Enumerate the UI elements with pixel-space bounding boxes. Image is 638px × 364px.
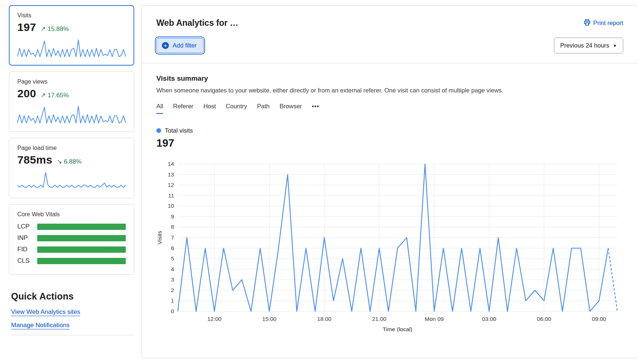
vital-bar-good — [37, 235, 126, 241]
metric-card-page-views[interactable]: Page views200↗ 17.65% — [9, 71, 134, 132]
metric-sparkline — [17, 171, 126, 192]
svg-text:Mon 09: Mon 09 — [424, 316, 444, 322]
time-range-dropdown[interactable]: Previous 24 hours ▼ — [554, 38, 623, 53]
vital-row-fid: FID — [17, 246, 126, 253]
tab-path[interactable]: Path — [257, 103, 270, 114]
add-filter-button[interactable]: + Add filter — [156, 38, 204, 53]
core-web-vitals-title: Core Web Vitals — [17, 211, 126, 218]
vital-bar-good — [37, 246, 126, 253]
visits-line-chart: 0123456789101112131412:0015:0018:0021:00… — [156, 160, 623, 337]
chevron-down-icon: ▼ — [613, 43, 617, 48]
tab-host[interactable]: Host — [203, 103, 216, 114]
svg-text:03:00: 03:00 — [482, 316, 496, 322]
core-web-vitals-card[interactable]: Core Web Vitals LCPINPFIDCLS — [9, 204, 134, 275]
svg-text:21:00: 21:00 — [372, 316, 386, 322]
svg-text:14: 14 — [168, 161, 174, 167]
svg-text:12:00: 12:00 — [207, 316, 222, 322]
plus-circle-icon: + — [162, 42, 169, 49]
metric-card-value-row: 785ms↘ 6.88% — [17, 154, 126, 166]
metric-card-value-row: 200↗ 17.65% — [17, 87, 126, 100]
svg-text:2: 2 — [171, 287, 174, 293]
total-visits-value: 197 — [156, 137, 623, 149]
metric-sparkline — [17, 39, 126, 59]
svg-text:10: 10 — [168, 203, 174, 209]
svg-text:5: 5 — [171, 255, 174, 262]
svg-text:7: 7 — [171, 234, 174, 241]
vital-row-inp: INP — [17, 234, 126, 242]
vital-bar-good — [37, 258, 126, 264]
panel-header: Web Analytics for … Print report + A — [142, 6, 638, 63]
svg-text:1: 1 — [171, 297, 174, 304]
legend-label: Total visits — [165, 127, 193, 134]
svg-text:18:00: 18:00 — [317, 316, 332, 322]
quick-action-link[interactable]: Manage Notifications — [11, 322, 70, 329]
svg-text:15:00: 15:00 — [262, 316, 277, 322]
add-filter-label: Add filter — [173, 42, 197, 49]
svg-text:Time (local): Time (local) — [383, 326, 412, 332]
quick-actions-links: View Web Analytics sitesManage Notificat… — [11, 308, 134, 329]
metric-sparkline — [17, 105, 126, 126]
metric-card-title: Visits — [17, 12, 126, 19]
quick-actions: Quick Actions View Web Analytics sitesMa… — [9, 291, 134, 335]
tab-country[interactable]: Country — [226, 103, 247, 114]
quick-actions-title: Quick Actions — [11, 291, 134, 302]
metric-card-value-row: 197↗ 15.88% — [17, 21, 126, 34]
chart-legend: Total visits — [156, 127, 623, 134]
svg-text:11: 11 — [168, 192, 174, 199]
printer-icon — [584, 19, 590, 27]
metric-delta: ↗ 17.65% — [41, 91, 69, 99]
metric-value: 785ms — [17, 154, 52, 166]
metric-card-page-load-time[interactable]: Page load time785ms↘ 6.88% — [9, 138, 134, 198]
print-report-link[interactable]: Print report — [584, 19, 623, 27]
page: Visits197↗ 15.88%Page views200↗ 17.65%Pa… — [0, 0, 638, 358]
quick-action-link[interactable]: View Web Analytics sites — [11, 308, 80, 316]
tab-browser[interactable]: Browser — [280, 103, 302, 114]
page-title: Web Analytics for … — [156, 18, 238, 28]
core-web-vitals-rows: LCPINPFIDCLS — [17, 223, 126, 265]
svg-text:06:00: 06:00 — [537, 316, 551, 322]
sidebar-divider — [11, 335, 134, 335]
analytics-panel: Web Analytics for … Print report + A — [141, 5, 638, 358]
dimension-tabs: AllRefererHostCountryPathBrowser••• — [156, 103, 623, 114]
metric-card-title: Page load time — [17, 145, 126, 151]
svg-text:8: 8 — [171, 224, 174, 230]
svg-text:Visits: Visits — [156, 231, 163, 244]
time-range-label: Previous 24 hours — [560, 42, 609, 49]
vital-label: INP — [17, 234, 31, 242]
svg-text:4: 4 — [171, 266, 174, 272]
vital-bar-good — [37, 224, 126, 230]
legend-dot-icon — [156, 128, 161, 133]
visits-summary-title: Visits summary — [156, 74, 623, 83]
vital-label: FID — [17, 246, 31, 253]
tab-all[interactable]: All — [156, 103, 163, 114]
vital-row-cls: CLS — [17, 257, 126, 265]
metric-value: 200 — [17, 87, 36, 100]
metric-card-list: Visits197↗ 15.88%Page views200↗ 17.65%Pa… — [9, 5, 134, 198]
vital-label: CLS — [17, 257, 31, 265]
svg-text:09:00: 09:00 — [592, 316, 606, 322]
print-report-label: Print report — [593, 20, 623, 27]
svg-text:9: 9 — [171, 213, 174, 220]
svg-text:0: 0 — [171, 308, 174, 314]
tab-overflow-menu[interactable]: ••• — [312, 103, 319, 114]
metric-delta: ↗ 15.88% — [41, 25, 69, 33]
svg-text:13: 13 — [168, 171, 174, 178]
metric-delta: ↘ 6.88% — [57, 158, 82, 165]
metric-value: 197 — [17, 21, 36, 34]
metric-card-title: Page views — [17, 78, 126, 85]
tab-referer[interactable]: Referer — [173, 103, 193, 114]
svg-text:3: 3 — [171, 276, 174, 283]
vital-label: LCP — [17, 223, 31, 230]
vital-row-lcp: LCP — [17, 223, 126, 230]
visits-summary-section: Visits summary When someone navigates to… — [142, 63, 638, 337]
metric-card-visits[interactable]: Visits197↗ 15.88% — [9, 5, 134, 66]
svg-text:6: 6 — [171, 245, 174, 251]
svg-text:12: 12 — [168, 182, 174, 188]
visits-summary-description: When someone navigates to your website, … — [156, 87, 623, 94]
metrics-sidebar: Visits197↗ 15.88%Page views200↗ 17.65%Pa… — [9, 5, 134, 358]
